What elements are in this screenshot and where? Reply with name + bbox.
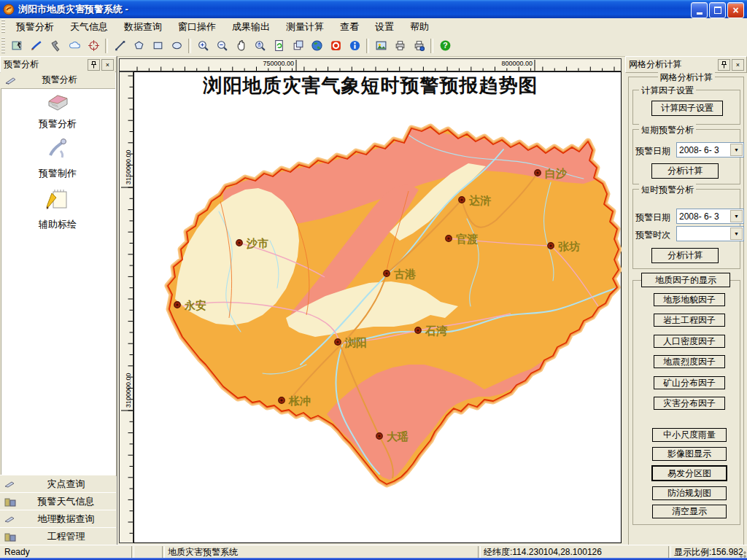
bar-geo-data-query[interactable]: 地理数据查询: [0, 510, 116, 529]
left-panel-header: 预警分析 ×: [0, 56, 117, 73]
select-map-tool[interactable]: [8, 36, 27, 55]
menu-data-query[interactable]: 数据查询: [116, 18, 170, 35]
group-title: 网格分析计算: [658, 71, 715, 84]
bar-disaster-point-query[interactable]: 灾点查询: [0, 475, 116, 494]
cloud-tool[interactable]: [65, 36, 84, 55]
population-factor-button[interactable]: 人口密度因子: [654, 335, 725, 348]
app-logo-icon: [3, 4, 15, 15]
pushpin-icon: [90, 61, 97, 69]
geo-factor-display-button[interactable]: 地质因子的显示: [641, 273, 730, 287]
copy-layers-tool[interactable]: [288, 36, 307, 55]
refresh-view-tool[interactable]: [269, 36, 288, 55]
close-button[interactable]: ×: [727, 2, 744, 18]
pan-tool[interactable]: [231, 36, 250, 55]
left-panel-section-header[interactable]: 预警分析: [1, 71, 115, 89]
draw-ellipse-tool[interactable]: [167, 36, 186, 55]
tool-label: 预警分析: [0, 117, 115, 131]
toolbar-separator: [366, 39, 369, 53]
menu-help[interactable]: 帮助: [402, 18, 437, 35]
locate-tool[interactable]: [84, 36, 103, 55]
town-marker-core: [176, 303, 178, 306]
nowcast-time-combo[interactable]: ▼: [676, 226, 744, 241]
prevention-plan-button[interactable]: 防治规划图: [652, 486, 727, 500]
menu-measure-calc[interactable]: 测量计算: [278, 18, 332, 35]
mine-factor-button[interactable]: 矿山分布因子: [654, 376, 725, 389]
menu-result-output[interactable]: 成果输出: [224, 18, 278, 35]
restore-button[interactable]: [709, 2, 726, 18]
status-bar: Ready 地质灾害预警系统 经纬度:114.230104,28.100126 …: [0, 545, 747, 559]
disaster-factor-button[interactable]: 灾害分布因子: [654, 397, 725, 410]
town-label: 浏阳: [344, 336, 367, 349]
zoom-out-tool[interactable]: [212, 36, 231, 55]
hammer-icon: [50, 39, 62, 52]
bar-label: 预警天气信息: [16, 495, 116, 508]
nowcast-date-combo[interactable]: 2008- 6- 3 ▼: [676, 209, 744, 224]
menu-settings[interactable]: 设置: [367, 18, 402, 35]
stop-tool[interactable]: [326, 36, 345, 55]
town-label: 古港: [393, 268, 417, 281]
menu-grip[interactable]: [1, 20, 5, 33]
chevron-down-icon[interactable]: ▼: [730, 210, 743, 222]
compass-pen-icon: [4, 515, 16, 524]
image-export-tool[interactable]: [371, 36, 390, 55]
menu-warning-analysis[interactable]: 预警分析: [8, 18, 62, 35]
draw-rect-tool[interactable]: [148, 36, 167, 55]
terrain-factor-button[interactable]: 地形地貌因子: [654, 293, 725, 306]
clear-display-button[interactable]: 清空显示: [652, 505, 727, 518]
status-separator: [162, 546, 165, 558]
nowcast-analyze-button[interactable]: 分析计算: [651, 248, 719, 263]
status-separator: [668, 546, 671, 558]
toolbar: ?: [0, 35, 747, 57]
tool-warning-analysis[interactable]: 预警分析: [0, 88, 115, 131]
pin-button[interactable]: [718, 59, 730, 71]
tool-aux-plot[interactable]: 辅助标绘: [0, 186, 115, 231]
hammer-tool[interactable]: [46, 36, 65, 55]
short-term-title: 短期预警分析: [639, 124, 696, 136]
right-panel-close-button[interactable]: ×: [732, 59, 744, 71]
chevron-down-icon[interactable]: ▼: [730, 228, 743, 240]
crosshair-icon: [88, 39, 100, 52]
zoom-in-icon: [197, 39, 209, 52]
info-tool[interactable]: [345, 36, 364, 55]
map-title: 浏阳地质灾害气象短时预警预报趋势图: [203, 74, 538, 96]
toolbar-grip[interactable]: [1, 37, 5, 54]
short-term-analyze-button[interactable]: 分析计算: [651, 163, 719, 179]
seismic-factor-button[interactable]: 地震烈度因子: [654, 355, 725, 368]
imagery-display-button[interactable]: 影像图显示: [652, 447, 727, 461]
status-coordinates: 经纬度:114.230104,28.100126: [484, 546, 602, 558]
left-panel-body: [1, 71, 117, 476]
meso-rainfall-button[interactable]: 中小尺度雨量: [652, 428, 727, 442]
warning-analysis-panel: 预警分析 × 预警分析 预警分析 预警制作 辅: [0, 56, 117, 545]
chevron-down-icon[interactable]: ▼: [730, 144, 743, 156]
town-label: 石湾: [425, 324, 448, 338]
printer-setup-icon: [413, 39, 425, 52]
left-panel-close-button[interactable]: ×: [101, 59, 114, 71]
susceptibility-zoning-button[interactable]: 易发分区图: [651, 465, 727, 481]
left-panel-title: 预警分析: [4, 58, 39, 71]
resize-grip[interactable]: [737, 548, 746, 558]
help-tool[interactable]: ?: [436, 36, 454, 55]
draw-polygon-tool[interactable]: [129, 36, 148, 55]
print-tool[interactable]: [390, 36, 409, 55]
geotech-factor-button[interactable]: 岩土工程因子: [654, 314, 725, 327]
menu-weather-info[interactable]: 天气信息: [62, 18, 116, 35]
globe-tool[interactable]: [307, 36, 326, 55]
short-term-date-combo[interactable]: 2008- 6- 3 ▼: [676, 142, 744, 158]
zoom-extent-tool[interactable]: [250, 36, 269, 55]
combo-value: 2008- 6- 3: [679, 145, 719, 155]
print-setup-tool[interactable]: [409, 36, 428, 55]
menu-bar: 预警分析 天气信息 数据查询 窗口操作 成果输出 测量计算 查看 设置 帮助: [0, 18, 747, 36]
grid-analysis-panel: 网格分析计算 × 网格分析计算 计算因子设置 计算因子设置 短期预警分析 预警日…: [625, 56, 747, 545]
factor-setup-button[interactable]: 计算因子设置: [651, 101, 723, 116]
menu-view[interactable]: 查看: [332, 18, 367, 35]
minimize-button[interactable]: [691, 2, 708, 18]
bar-project-management[interactable]: 工程管理: [0, 527, 116, 546]
warning-paint-tool[interactable]: [27, 36, 46, 55]
draw-line-tool[interactable]: [110, 36, 129, 55]
town-marker-core: [536, 171, 538, 174]
zoom-in-tool[interactable]: [193, 36, 212, 55]
tool-warning-produce[interactable]: 预警制作: [0, 136, 115, 180]
bar-warning-weather-info[interactable]: 预警天气信息: [0, 492, 116, 511]
menu-window-ops[interactable]: 窗口操作: [170, 18, 224, 35]
pin-button[interactable]: [88, 59, 100, 71]
